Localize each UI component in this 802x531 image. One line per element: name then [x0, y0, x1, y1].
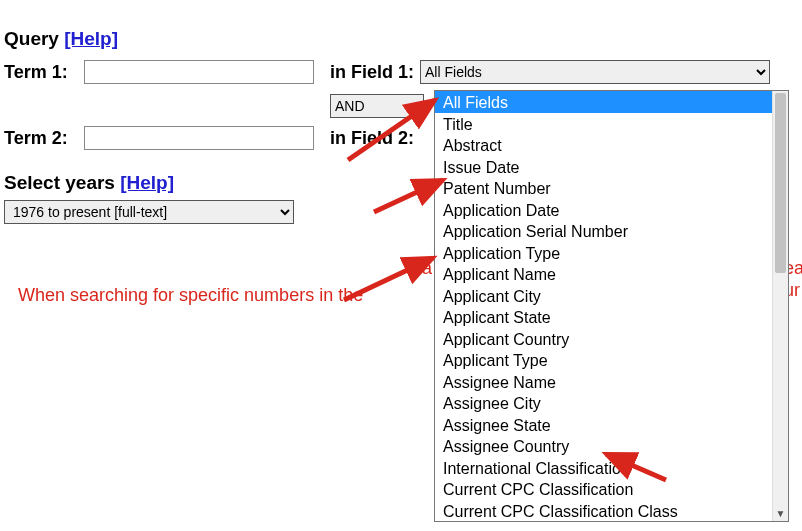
term1-input[interactable] — [84, 60, 314, 84]
query-header: Query [Help] — [4, 28, 798, 50]
dropdown-option[interactable]: International Classification — [435, 457, 772, 479]
dropdown-option[interactable]: Assignee State — [435, 414, 772, 436]
help-link-years[interactable]: [Help] — [120, 172, 174, 193]
term1-row: Term 1: in Field 1: All Fields — [4, 60, 798, 84]
dropdown-option[interactable]: Applicant City — [435, 285, 772, 307]
dropdown-scrollbar[interactable]: ▼ — [772, 91, 788, 521]
years-select[interactable]: 1976 to present [full-text] — [4, 200, 294, 224]
dropdown-option[interactable]: Abstract — [435, 134, 772, 156]
dropdown-option[interactable]: Assignee Name — [435, 371, 772, 393]
dropdown-option[interactable]: Assignee City — [435, 392, 772, 414]
dropdown-option[interactable]: Issue Date — [435, 156, 772, 178]
dropdown-option[interactable]: Applicant Name — [435, 263, 772, 285]
dropdown-option[interactable]: Current CPC Classification — [435, 478, 772, 500]
dropdown-option[interactable]: Application Serial Number — [435, 220, 772, 242]
help-link-query[interactable]: [Help] — [64, 28, 118, 49]
scroll-down-icon[interactable]: ▼ — [773, 507, 788, 521]
dropdown-option[interactable]: Application Date — [435, 199, 772, 221]
scrollbar-thumb[interactable] — [775, 93, 786, 273]
in-field1-label: in Field 1: — [330, 62, 414, 83]
term2-input[interactable] — [84, 126, 314, 150]
in-field2-label: in Field 2: — [330, 128, 414, 149]
bool-op-select[interactable]: AND — [330, 94, 424, 118]
dropdown-option[interactable]: Patent Number — [435, 177, 772, 199]
field1-dropdown-list[interactable]: All FieldsTitleAbstractIssue DatePatent … — [434, 90, 789, 522]
dropdown-option[interactable]: Applicant Type — [435, 349, 772, 371]
field1-select[interactable]: All Fields — [420, 60, 770, 84]
term2-label: Term 2: — [4, 128, 84, 149]
dropdown-option[interactable]: Applicant State — [435, 306, 772, 328]
dropdown-option[interactable]: Applicant Country — [435, 328, 772, 350]
dropdown-option[interactable]: All Fields — [435, 91, 772, 113]
select-years-label: Select years — [4, 172, 115, 193]
dropdown-option[interactable]: Title — [435, 113, 772, 135]
dropdown-option[interactable]: Assignee Country — [435, 435, 772, 457]
hint-text-main: When searching for specific numbers in t… — [18, 285, 363, 306]
dropdown-option[interactable]: Application Type — [435, 242, 772, 264]
query-label: Query — [4, 28, 59, 49]
hint-text-frag-pa: Pa — [410, 258, 432, 279]
dropdown-option[interactable]: Current CPC Classification Class — [435, 500, 772, 522]
term1-label: Term 1: — [4, 62, 84, 83]
